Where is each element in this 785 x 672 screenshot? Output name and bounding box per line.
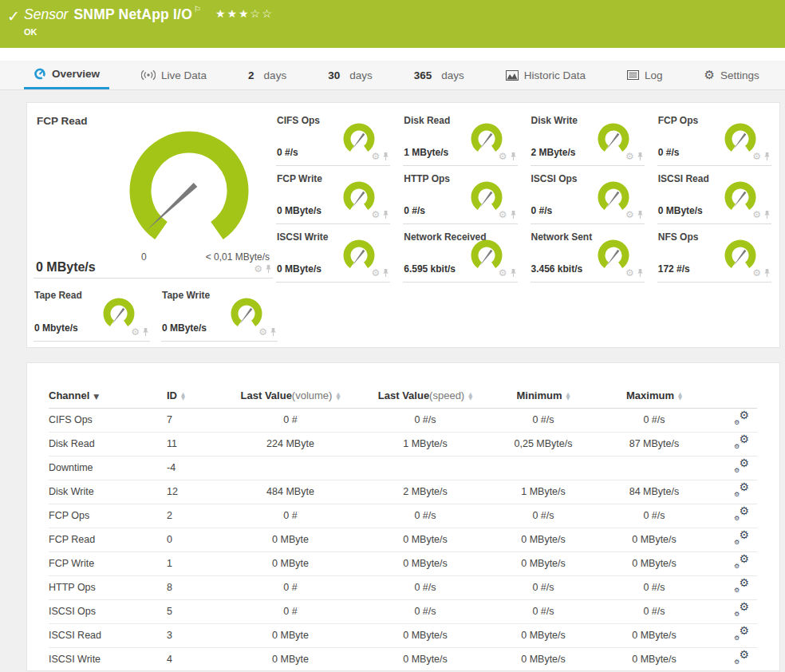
channel-settings-icon[interactable]: ⚙ ⚙: [734, 579, 749, 593]
tab-365-days[interactable]: 365days: [404, 61, 474, 89]
gauge-tile[interactable]: CIFS Ops 0 #/s ⚙: [276, 108, 390, 166]
gear-icon[interactable]: ⚙: [499, 268, 507, 278]
pin-icon[interactable]: [763, 268, 771, 278]
table-row[interactable]: Downtime -4 ⚙ ⚙: [49, 456, 757, 480]
gauge-tile[interactable]: ISCSI Write 0 MByte/s ⚙: [276, 224, 390, 283]
column-header-last-value-speed[interactable]: Last Value(speed)▲▼: [358, 384, 492, 408]
gauge-tile[interactable]: FCP Ops 0 #/s ⚙: [657, 108, 771, 166]
table-row[interactable]: Disk Write 12 484 MByte 2 MByte/s 1 MByt…: [49, 480, 757, 504]
channel-last-value-speed: 0 #/s: [358, 408, 492, 432]
table-row[interactable]: ISCSI Ops 5 0 # 0 #/s 0 #/s 0 #/s ⚙ ⚙: [49, 599, 757, 623]
channel-last-value-speed: 0 #/s: [358, 599, 492, 623]
gauge-tile[interactable]: Tape Write 0 MByte/s ⚙: [161, 283, 278, 342]
tab-2-days[interactable]: 2days: [239, 61, 296, 89]
gear-icon[interactable]: ⚙: [371, 268, 380, 278]
column-header-minimum[interactable]: Minimum▲▼: [492, 384, 594, 408]
table-row[interactable]: ISCSI Write 4 0 MByte 0 MByte/s 0 MByte/…: [49, 647, 757, 671]
channel-settings-icon[interactable]: ⚙ ⚙: [734, 627, 749, 641]
gear-icon[interactable]: ⚙: [625, 152, 634, 161]
gauge-value: 0 #/s: [404, 205, 425, 216]
table-row[interactable]: FCP Write 1 0 MByte 0 MByte/s 0 MByte/s …: [49, 551, 757, 575]
gauge-tile[interactable]: ISCSI Ops 0 #/s ⚙: [531, 166, 645, 224]
column-header-id[interactable]: ID▲▼: [167, 384, 223, 408]
tab-historic-data[interactable]: Historic Data: [496, 61, 595, 89]
gauge-tile[interactable]: FCP Write 0 MByte/s ⚙: [276, 166, 390, 224]
channel-settings-icon[interactable]: ⚙ ⚙: [734, 508, 749, 521]
pin-icon[interactable]: [510, 268, 517, 278]
flag-icon[interactable]: ⚐: [194, 5, 201, 14]
gauge-tile[interactable]: NFS Ops 172 #/s ⚙: [657, 224, 771, 283]
channel-maximum: 87 MByte/s: [594, 432, 714, 456]
channel-maximum: [594, 456, 714, 480]
tab-bar: Overview Live Data 2days 30days 365days …: [0, 61, 785, 90]
gear-icon: ⚙: [704, 69, 715, 81]
channel-settings-icon[interactable]: ⚙ ⚙: [734, 484, 749, 497]
table-row[interactable]: CIFS Ops 7 0 # 0 #/s 0 #/s 0 #/s ⚙ ⚙: [49, 408, 757, 432]
tab-label: Log: [645, 69, 663, 81]
tab-live-data[interactable]: Live Data: [132, 61, 216, 89]
gear-icon[interactable]: ⚙: [499, 152, 507, 161]
gauge-title: FCP Write: [277, 173, 322, 184]
channel-last-value-volume: 0 MByte: [223, 551, 358, 575]
pin-icon[interactable]: [265, 264, 272, 274]
column-header-channel[interactable]: Channel▼: [49, 384, 167, 408]
column-header-last-value-volume[interactable]: Last Value(volume)▲▼: [223, 384, 358, 408]
tab-30-days[interactable]: 30days: [318, 61, 382, 89]
priority-stars[interactable]: ★★★☆☆: [215, 7, 274, 20]
channel-maximum: 0 MByte/s: [594, 551, 714, 575]
gear-icon[interactable]: ⚙: [371, 152, 380, 161]
gear-icon[interactable]: ⚙: [625, 268, 634, 278]
gauge-tile[interactable]: Network Received 6.595 kbit/s ⚙: [403, 224, 517, 283]
featured-gauge-tile[interactable]: FCP Read 0 < 0,01 MByte/s 0 MByte/s ⚙: [34, 108, 273, 279]
gauge-tile[interactable]: Disk Write 2 MByte/s ⚙: [531, 108, 645, 166]
gear-icon[interactable]: ⚙: [258, 327, 267, 337]
gauge-tile[interactable]: Disk Read 1 MByte/s ⚙: [403, 108, 517, 166]
tab-log[interactable]: Log: [617, 61, 673, 89]
table-row[interactable]: FCP Read 0 0 MByte 0 MByte/s 0 MByte/s 0…: [49, 528, 757, 551]
channel-minimum: 0 #/s: [492, 408, 594, 432]
pin-icon[interactable]: [637, 268, 644, 278]
column-header-maximum[interactable]: Maximum▲▼: [594, 384, 714, 408]
gauge-title: FCP Ops: [658, 115, 698, 126]
pin-icon[interactable]: [382, 152, 389, 161]
gauge-tile[interactable]: Tape Read 0 Mbyte/s ⚙: [34, 283, 150, 342]
gear-icon[interactable]: ⚙: [752, 210, 761, 219]
pin-icon[interactable]: [382, 268, 389, 278]
pin-icon[interactable]: [637, 152, 644, 161]
channel-settings-icon[interactable]: ⚙ ⚙: [734, 603, 749, 617]
column-label: ID: [167, 389, 177, 401]
channel-settings-icon[interactable]: ⚙ ⚙: [734, 651, 749, 665]
gauge-tile[interactable]: Network Sent 3.456 kbit/s ⚙: [531, 224, 645, 283]
gear-icon[interactable]: ⚙: [499, 210, 507, 219]
pin-icon[interactable]: [763, 152, 771, 161]
gauge-value: 3.456 kbit/s: [531, 263, 583, 275]
pin-icon[interactable]: [510, 152, 517, 161]
gear-icon[interactable]: ⚙: [752, 152, 761, 161]
gauge-tile[interactable]: HTTP Ops 0 #/s ⚙: [403, 166, 517, 224]
channel-settings-icon[interactable]: ⚙ ⚙: [734, 460, 749, 473]
channel-settings-icon[interactable]: ⚙ ⚙: [734, 412, 749, 425]
table-row[interactable]: Disk Read 11 224 MByte 1 MByte/s 0,25 MB…: [49, 432, 757, 456]
table-row[interactable]: HTTP Ops 8 0 # 0 #/s 0 #/s 0 #/s ⚙ ⚙: [49, 575, 757, 599]
channel-settings-icon[interactable]: ⚙ ⚙: [734, 532, 749, 545]
pin-icon[interactable]: [270, 327, 277, 337]
pin-icon[interactable]: [382, 210, 389, 219]
pin-icon[interactable]: [763, 210, 771, 219]
pin-icon[interactable]: [637, 210, 644, 219]
tab-overview[interactable]: Overview: [24, 61, 109, 89]
pin-icon[interactable]: [510, 210, 517, 219]
gear-icon[interactable]: ⚙: [254, 264, 262, 274]
gear-icon[interactable]: ⚙: [752, 268, 761, 278]
table-row[interactable]: ISCSI Read 3 0 MByte 0 MByte/s 0 MByte/s…: [49, 623, 757, 647]
channel-settings-icon[interactable]: ⚙ ⚙: [734, 555, 749, 569]
gear-icon[interactable]: ⚙: [371, 210, 380, 219]
pin-icon[interactable]: [142, 327, 149, 337]
gear-icon[interactable]: ⚙: [131, 327, 140, 337]
gauge-value: 0 Mbyte/s: [34, 322, 78, 334]
table-row[interactable]: FCP Ops 2 0 # 0 #/s 0 #/s 0 #/s ⚙ ⚙: [49, 504, 757, 528]
channel-settings-icon[interactable]: ⚙ ⚙: [734, 436, 749, 449]
tab-label: Overview: [52, 68, 100, 80]
gauge-tile[interactable]: ISCSI Read 0 MByte/s ⚙: [657, 166, 771, 224]
gear-icon[interactable]: ⚙: [625, 210, 634, 219]
tab-settings[interactable]: ⚙ Settings: [695, 61, 769, 89]
